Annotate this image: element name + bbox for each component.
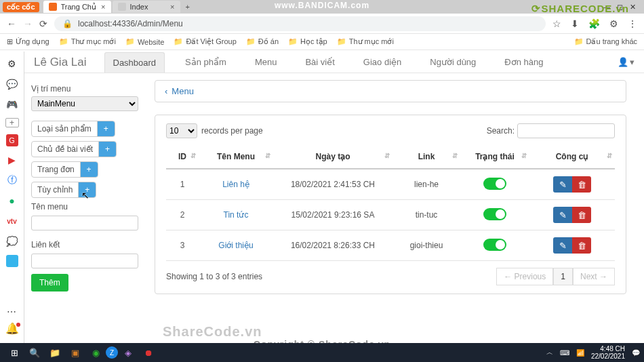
url-field[interactable]: 🔒 localhost:44336/Admin/Menu	[54, 16, 546, 31]
url-text: localhost:44336/Admin/Menu	[78, 19, 183, 28]
nav-theme[interactable]: Giao diện	[355, 52, 409, 72]
next-button[interactable]: Next →	[573, 268, 615, 285]
content-area: ‹ Menu 10 records per page Search:	[155, 80, 626, 294]
menu-name-label: Tên menu	[31, 202, 138, 212]
position-select[interactable]: MainMenu	[31, 96, 138, 111]
link-input[interactable]	[31, 254, 138, 268]
search-icon[interactable]: 🔍	[24, 343, 45, 362]
page-length-select[interactable]: 10	[166, 123, 197, 138]
bookmark-folder[interactable]: 📁Đất Việt Group	[174, 37, 236, 46]
admin-nav: Lê Gia Lai Dashboard Sản phẩm Menu Bài v…	[24, 52, 644, 73]
col-date[interactable]: Ngày tạo	[273, 145, 393, 169]
menu-icon[interactable]: ⋮	[628, 18, 637, 29]
caret-down-icon: ▾	[630, 57, 635, 67]
extension-icon[interactable]: 🧩	[588, 18, 600, 29]
submit-button[interactable]: Thêm	[31, 274, 68, 291]
chat-icon[interactable]: 💭	[5, 235, 19, 248]
vtv-icon[interactable]: vtv	[5, 214, 19, 228]
edit-button[interactable]: ✎	[553, 176, 572, 193]
close-icon[interactable]: ×	[101, 3, 105, 11]
delete-button[interactable]: 🗑	[572, 176, 591, 193]
edit-button[interactable]: ✎	[553, 237, 572, 254]
add-topic-button[interactable]: Chủ đề bài viết+	[31, 141, 117, 157]
recording-icon[interactable]: ⏺	[138, 343, 159, 362]
nav-dashboard[interactable]: Dashboard	[104, 52, 165, 73]
messenger-icon[interactable]: 💬	[5, 77, 19, 91]
col-id[interactable]: ID	[166, 145, 199, 169]
status-toggle[interactable]	[483, 178, 506, 190]
notification-center-icon[interactable]: 💬	[632, 349, 640, 357]
gamepad-icon[interactable]: 🎮	[5, 98, 19, 111]
notifications-button[interactable]: 🔔	[5, 322, 23, 335]
page-length-label: records per page	[201, 126, 263, 136]
nav-orders[interactable]: Đơn hàng	[496, 52, 551, 72]
back-icon[interactable]: ←	[7, 18, 16, 29]
search-label: Search:	[487, 126, 515, 136]
new-tab-button[interactable]: +	[182, 3, 194, 11]
bookmark-folder[interactable]: 📁Học tập	[288, 37, 327, 46]
download-icon[interactable]: ⬇	[571, 18, 579, 29]
reload-icon[interactable]: ⟳	[39, 18, 47, 29]
bookmark-folder[interactable]: 📁Thư mục mới	[337, 37, 394, 46]
search-input[interactable]	[517, 123, 615, 138]
bookmark-folder[interactable]: 📁Website	[125, 37, 165, 46]
col-link[interactable]: Link	[393, 145, 460, 169]
apps-shortcut[interactable]: ⊞Ứng dụng	[7, 37, 49, 46]
menu-name-link[interactable]: Liên hệ	[222, 180, 249, 189]
folder-icon: 📁	[174, 37, 183, 46]
start-button[interactable]: ⊞	[4, 343, 24, 362]
user-menu[interactable]: 👤 ▾	[618, 57, 635, 67]
forward-icon[interactable]: →	[23, 18, 33, 29]
menu-name-input[interactable]	[31, 216, 138, 230]
folder-icon: 📁	[288, 37, 298, 46]
youtube-icon[interactable]: ▶	[5, 153, 19, 167]
menu-name-link[interactable]: Tin tức	[224, 210, 249, 220]
coccoc-task-icon[interactable]: ◉	[85, 343, 106, 362]
app-icon[interactable]: G	[6, 134, 18, 146]
video-icon[interactable]: ▣	[65, 343, 85, 362]
nav-menu[interactable]: Menu	[247, 52, 285, 72]
tile-icon[interactable]	[6, 255, 18, 267]
nav-products[interactable]: Sản phẩm	[177, 52, 235, 72]
facebook-icon[interactable]: ⓕ	[5, 174, 19, 187]
dot-icon[interactable]: ●	[5, 194, 19, 207]
page-number[interactable]: 1	[553, 268, 573, 285]
bookmark-folder[interactable]: 📁Thư mục mới	[59, 37, 116, 46]
col-name[interactable]: Tên Menu	[199, 145, 273, 169]
add-category-button[interactable]: Loại sản phẩm+	[31, 121, 115, 137]
tray-chevron-icon[interactable]: ︿	[546, 348, 553, 357]
gear-icon[interactable]: ⚙	[5, 57, 19, 71]
browser-tab-1[interactable]: Index ×	[113, 1, 180, 13]
edit-button[interactable]: ✎	[553, 207, 572, 223]
more-icon[interactable]: ⋯	[7, 306, 16, 317]
col-actions[interactable]: Công cụ	[529, 145, 615, 169]
status-toggle[interactable]	[483, 208, 506, 220]
zalo-icon[interactable]: Z	[106, 346, 118, 359]
add-tile-button[interactable]: +	[5, 118, 19, 127]
browser-tab-0[interactable]: Trang Chủ ×	[43, 1, 111, 13]
close-icon[interactable]: ✕	[630, 3, 636, 12]
delete-button[interactable]: 🗑	[572, 237, 591, 254]
plus-icon: +	[97, 121, 115, 136]
status-toggle[interactable]	[483, 239, 506, 251]
nav-users[interactable]: Người dùng	[422, 52, 484, 72]
col-status[interactable]: Trạng thái	[460, 145, 529, 169]
close-icon[interactable]: ×	[170, 3, 174, 11]
apps-icon: ⊞	[7, 37, 13, 46]
menu-name-link[interactable]: Giới thiệu	[218, 241, 253, 250]
prev-button[interactable]: ← Previous	[496, 268, 553, 285]
add-page-button[interactable]: Trang đơn+	[31, 161, 98, 178]
bookmark-folder[interactable]: 📁Đồ án	[246, 37, 279, 46]
explorer-icon[interactable]: 📁	[45, 343, 65, 362]
windows-taskbar: ⊞ 🔍 📁 ▣ ◉ Z ◈ ⏺ ︿ ⌨ 📶 4:48 CH 22/02/2021…	[0, 343, 644, 362]
wifi-icon[interactable]: 📶	[576, 349, 584, 357]
keyboard-icon[interactable]: ⌨	[560, 349, 569, 357]
cell-date: 18/02/2021 2:41:53 CH	[273, 169, 393, 200]
nav-posts[interactable]: Bài viết	[297, 52, 342, 72]
delete-button[interactable]: 🗑	[572, 207, 591, 223]
breadcrumb-link[interactable]: Menu	[172, 86, 194, 96]
settings-icon[interactable]: ⚙	[609, 18, 618, 29]
visualstudio-icon[interactable]: ◈	[118, 343, 138, 362]
other-bookmarks[interactable]: 📁Dấu trang khác	[574, 37, 637, 46]
star-icon[interactable]: ☆	[552, 18, 561, 29]
